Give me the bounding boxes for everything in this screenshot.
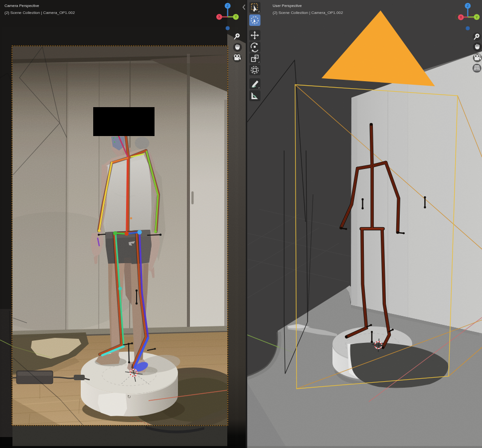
svg-text:X: X (218, 15, 221, 18)
svg-text:(2) Scene Collection | Camera_: (2) Scene Collection | Camera_OP1.002 (4, 10, 75, 15)
svg-text:Camera Perspective: Camera Perspective (4, 3, 39, 8)
svg-text:Y: Y (235, 15, 237, 18)
svg-text:Z: Z (227, 4, 229, 7)
